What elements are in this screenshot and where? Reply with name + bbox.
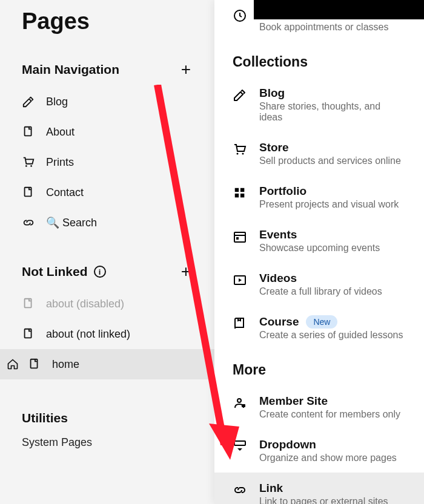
menu-item-videos[interactable]: Videos Create a full library of videos — [214, 263, 424, 306]
grid-icon — [233, 186, 247, 200]
menu-title: Videos — [259, 272, 406, 285]
page-icon — [22, 327, 35, 341]
dropdown-icon — [233, 439, 247, 454]
menu-item-events[interactable]: Events Showcase upcoming events — [214, 219, 424, 263]
nav-label: About — [46, 126, 75, 139]
nav-label: Contact — [46, 186, 84, 199]
video-icon — [233, 273, 247, 287]
pen-icon — [233, 88, 247, 102]
nav-label: Blog — [46, 96, 68, 108]
menu-item-portfolio[interactable]: Portfolio Present projects and visual wo… — [214, 175, 424, 219]
menu-title: Course New — [259, 315, 406, 329]
book-icon — [233, 316, 247, 331]
nav-item-about-disabled[interactable]: about (disabled) — [22, 289, 193, 319]
main-navigation-section: Main Navigation + Blog About Prints Cont… — [0, 56, 215, 238]
menu-desc: Book appointments or classes — [259, 22, 406, 33]
menu-desc: Create a series of guided lessons — [259, 330, 406, 341]
menu-desc: Present projects and visual work — [259, 199, 406, 210]
menu-desc: Sell products and services online — [259, 155, 406, 166]
link-icon — [233, 483, 247, 497]
add-main-nav-button[interactable]: + — [179, 62, 193, 77]
link-icon — [22, 216, 35, 229]
nav-item-prints[interactable]: Prints — [22, 147, 193, 177]
info-icon[interactable]: i — [94, 266, 106, 278]
nav-label: 🔍 Search — [46, 216, 97, 229]
menu-title: Link — [259, 482, 406, 495]
menu-title: Blog — [259, 87, 406, 100]
nav-item-search[interactable]: 🔍 Search — [22, 208, 193, 238]
menu-title: Events — [259, 228, 406, 241]
menu-item-dropdown[interactable]: Dropdown Organize and show more pages — [214, 429, 424, 473]
menu-desc: Create content for members only — [259, 409, 406, 420]
main-navigation-title: Main Navigation — [22, 62, 119, 77]
add-page-flyout: Scheduling Book appointments or classes … — [214, 0, 424, 504]
calendar-icon — [233, 229, 247, 244]
group-title-collections: Collections — [214, 42, 424, 77]
menu-desc: Share stories, thoughts, and ideas — [259, 101, 406, 123]
menu-desc: Organize and show more pages — [259, 453, 406, 463]
group-title-more: More — [214, 350, 424, 385]
menu-title: Portfolio — [259, 185, 406, 198]
utilities-section: Utilities System Pages — [0, 411, 215, 455]
page-icon — [22, 186, 35, 199]
page-title: Pages — [0, 0, 215, 56]
utilities-title: Utilities — [22, 411, 193, 436]
not-linked-section: Not Linked i + about (disabled) about (n… — [0, 258, 215, 349]
member-icon — [233, 396, 247, 410]
page-icon — [28, 358, 41, 371]
nav-item-contact[interactable]: Contact — [22, 177, 193, 208]
not-linked-title: Not Linked i — [22, 264, 106, 279]
new-badge: New — [306, 315, 337, 329]
menu-item-member-site[interactable]: Member Site Create content for members o… — [214, 385, 424, 429]
nav-label: about (not linked) — [46, 328, 130, 341]
menu-title: Member Site — [259, 394, 406, 408]
nav-item-blog[interactable]: Blog — [22, 87, 193, 117]
home-icon — [6, 358, 19, 371]
page-icon — [22, 125, 35, 139]
nav-item-home[interactable]: home — [0, 349, 215, 379]
nav-label: Prints — [46, 156, 74, 169]
menu-item-store[interactable]: Store Sell products and services online — [214, 132, 424, 175]
cart-icon — [233, 142, 247, 157]
pages-sidebar: Pages Main Navigation + Blog About Print… — [0, 0, 215, 455]
pen-icon — [22, 95, 35, 108]
page-icon — [22, 297, 35, 310]
nav-label: about (disabled) — [46, 298, 124, 310]
add-not-linked-button[interactable]: + — [179, 264, 193, 279]
window-top-blackbar — [254, 0, 424, 19]
menu-desc: Showcase upcoming events — [259, 243, 406, 254]
nav-item-about[interactable]: About — [22, 117, 193, 147]
menu-title: Dropdown — [259, 438, 406, 451]
menu-item-blog[interactable]: Blog Share stories, thoughts, and ideas — [214, 77, 424, 132]
menu-desc: Link to pages or external sites — [259, 496, 406, 504]
cart-icon — [22, 155, 35, 169]
nav-label: home — [52, 358, 79, 371]
nav-item-about-notlinked[interactable]: about (not linked) — [22, 319, 193, 349]
menu-item-link[interactable]: Link Link to pages or external sites — [214, 473, 424, 504]
menu-desc: Create a full library of videos — [259, 286, 406, 297]
menu-title: Store — [259, 141, 406, 154]
system-pages-link[interactable]: System Pages — [22, 436, 193, 455]
clock-icon — [233, 8, 247, 23]
menu-item-course[interactable]: Course New Create a series of guided les… — [214, 306, 424, 350]
